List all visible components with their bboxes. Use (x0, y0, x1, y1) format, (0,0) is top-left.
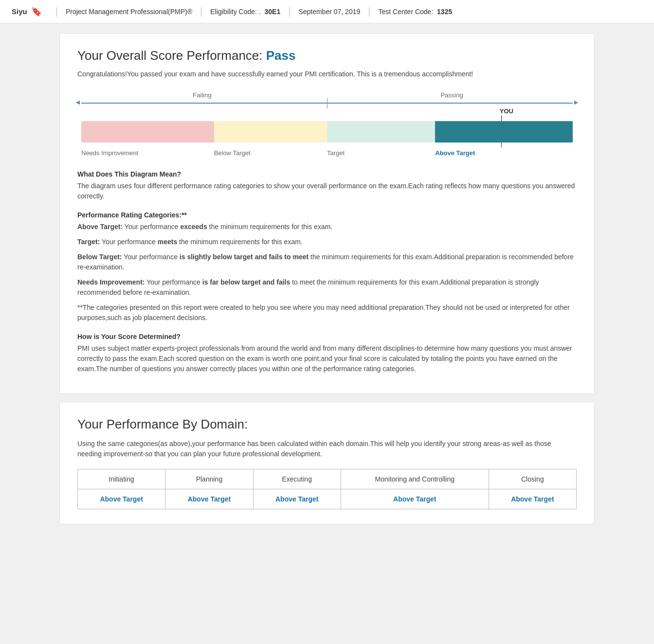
diagram-text: The diagram uses four different performa… (77, 181, 577, 201)
midpoint-divider (327, 98, 327, 108)
domain-result-row: Above Target Above Target Above Target A… (78, 489, 577, 509)
col-monitoring: Monitoring and Controlling (341, 469, 489, 489)
col-planning: Planning (165, 469, 253, 489)
overall-score-card: Your Overall Score Performance: Pass Con… (59, 33, 595, 394)
diagram-section: What Does This Diagram Mean? The diagram… (77, 170, 577, 201)
meets-word: meets (158, 238, 177, 246)
target-label: Target: (77, 238, 100, 246)
test-center-code: 1325 (437, 8, 452, 16)
col-initiating: Initiating (78, 469, 165, 489)
above-target-text: Above Target: Your performance exceeds t… (77, 222, 577, 232)
domain-description: Using the same categories(as above),your… (77, 439, 577, 459)
bookmark-icon: 🔖 (31, 6, 42, 17)
divider-2: | (200, 6, 202, 17)
needs-improvement-text: Needs Improvement: Your performance is f… (77, 277, 577, 298)
rating-heading: Performance Rating Categories:** (77, 211, 577, 219)
congratulations-text: Congratulations!You passed your exam and… (77, 70, 577, 78)
col-executing: Executing (253, 469, 341, 489)
score-title: Your Overall Score Performance: Pass (77, 48, 577, 63)
exam-date: September 07, 2019 (298, 8, 360, 16)
far-below-words: is far below target and fails (202, 278, 291, 286)
arrow-line: ◄ ► (81, 103, 573, 104)
label-below-target: Below Target (214, 149, 327, 157)
score-bar-container: Failing Passing ◄ ► YOU (77, 91, 577, 157)
divider-3: | (288, 6, 291, 17)
above-target-label: Above Target: (77, 223, 123, 231)
score-section: How is Your Score Determined? PMI uses s… (77, 333, 577, 374)
bar-above-target (435, 121, 573, 143)
failing-label: Failing (77, 91, 327, 99)
left-arrow: ◄ (74, 98, 81, 106)
label-above-target: Above Target (435, 149, 573, 157)
below-target-text: Below Target: Your performance is slight… (77, 252, 577, 272)
user-name: Siyu (12, 7, 27, 16)
bar-below-target (214, 121, 327, 143)
bar-labels: Needs Improvement Below Target Target Ab… (81, 149, 573, 157)
you-tick-bottom (501, 143, 502, 147)
arrow-line-wrapper: ◄ ► (77, 103, 577, 104)
domain-title: Your Performance By Domain: (77, 417, 577, 432)
diagram-heading: What Does This Diagram Mean? (77, 170, 577, 178)
domain-table: Initiating Planning Executing Monitoring… (77, 469, 577, 509)
domain-header-row: Initiating Planning Executing Monitoring… (78, 469, 577, 489)
eligibility-code: 30E1 (264, 8, 280, 16)
color-bars (81, 121, 573, 143)
you-tick-top (501, 115, 502, 121)
exam-name: Project Management Professional(PMP)® (66, 8, 192, 16)
result-executing: Above Target (253, 489, 341, 509)
divider-4: | (368, 6, 370, 17)
target-text: Target: Your performance meets the minim… (77, 237, 577, 247)
page-header: Siyu 🔖 | Project Management Professional… (0, 0, 654, 23)
passing-label: Passing (327, 91, 577, 99)
bar-target (327, 121, 435, 143)
result-monitoring: Above Target (341, 489, 489, 509)
exceeds-word: exceeds (180, 223, 207, 231)
test-center: Test Center Code: 1325 (378, 8, 452, 16)
col-closing: Closing (489, 469, 576, 489)
slightly-below-words: is slightly below target and fails to me… (180, 253, 309, 261)
you-marker-area: YOU (81, 107, 573, 121)
label-target: Target (327, 149, 435, 157)
divider-1: | (55, 6, 58, 17)
needs-improvement-label: Needs Improvement: (77, 278, 145, 286)
result-closing: Above Target (489, 489, 576, 509)
score-heading: How is Your Score Determined? (77, 333, 577, 340)
main-content: Your Overall Score Performance: Pass Con… (59, 33, 595, 524)
you-label: YOU (499, 107, 514, 115)
right-arrow: ► (573, 98, 580, 106)
bar-needs-improvement (81, 121, 214, 143)
domain-card: Your Performance By Domain: Using the sa… (59, 402, 595, 524)
label-needs-improvement: Needs Improvement (81, 149, 214, 157)
color-bars-wrapper (81, 121, 573, 143)
rating-section: Performance Rating Categories:** Above T… (77, 211, 577, 323)
pass-label: Pass (266, 48, 296, 63)
result-initiating: Above Target (78, 489, 165, 509)
score-text: PMI uses subject matter experts-project … (77, 343, 577, 374)
result-planning: Above Target (165, 489, 253, 509)
footnote-text: **The categories presented on this repor… (77, 303, 577, 323)
below-target-label: Below Target: (77, 253, 122, 261)
eligibility-label: Eligibility Code: . 30E1 (210, 8, 280, 16)
